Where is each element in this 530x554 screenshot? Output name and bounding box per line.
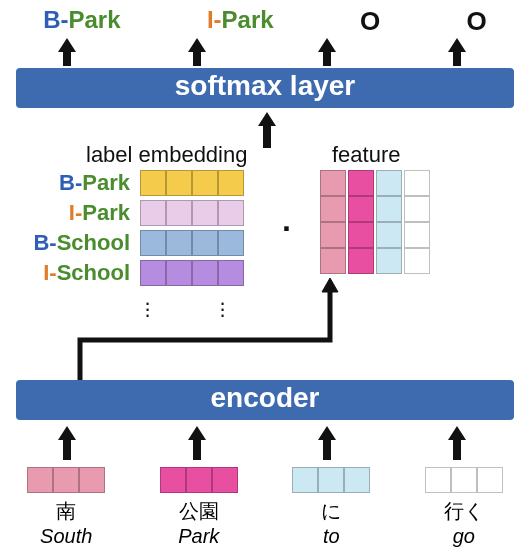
feature-title: feature [332, 142, 401, 168]
embedding-cells [140, 260, 244, 286]
feature-vector [376, 170, 402, 274]
arrow-up-icon [318, 426, 336, 460]
token-gloss: South [27, 525, 105, 548]
softmax-layer-box: softmax layer [16, 68, 514, 108]
output-0: B-Park [43, 6, 120, 37]
feature-block [320, 170, 430, 274]
arrow-up-icon [58, 426, 76, 460]
embedding-cells [140, 200, 244, 226]
arrow-up-icon [188, 426, 206, 460]
ellipsis-row: ··· ··· [110, 300, 260, 318]
label-row: B-Park [20, 170, 244, 196]
token-surface: 行く [425, 498, 503, 525]
feature-vector [404, 170, 430, 274]
feature-vector [320, 170, 346, 274]
input-token: に to [292, 467, 370, 548]
arrow-up-icon [188, 38, 206, 66]
input-tokens-row: 南 South 公園 Park に to 行く go [0, 467, 530, 548]
svg-marker-0 [322, 278, 338, 292]
softmax-layer-label: softmax layer [175, 70, 356, 101]
encoder-box: encoder [16, 380, 514, 420]
output-3: O [467, 6, 487, 37]
output-2: O [360, 6, 380, 37]
feature-vector [348, 170, 374, 274]
embedding-cells [140, 170, 244, 196]
label-row: I-School [20, 260, 244, 286]
embedding-cells [140, 230, 244, 256]
output-labels-row: B-Park I-Park O O [0, 6, 530, 37]
label-embedding-block: B-Park I-Park B-School I-School [20, 170, 244, 290]
output-1: I-Park [207, 6, 274, 37]
arrow-up-icon [58, 38, 76, 66]
token-surface: 南 [27, 498, 105, 525]
label-row: B-School [20, 230, 244, 256]
arrow-up-icon [318, 38, 336, 66]
input-token: 公園 Park [160, 467, 238, 548]
arrow-up-icon [448, 38, 466, 66]
arrow-up-icon [258, 112, 276, 148]
label-embedding-title: label embedding [86, 142, 247, 168]
encoder-label: encoder [211, 382, 320, 413]
input-token: 南 South [27, 467, 105, 548]
token-surface: に [292, 498, 370, 525]
arrow-up-icon [448, 426, 466, 460]
label-row: I-Park [20, 200, 244, 226]
dot-product-icon: · [282, 210, 291, 247]
token-gloss: go [425, 525, 503, 548]
token-surface: 公園 [160, 498, 238, 525]
input-token: 行く go [425, 467, 503, 548]
token-gloss: Park [160, 525, 238, 548]
token-gloss: to [292, 525, 370, 548]
